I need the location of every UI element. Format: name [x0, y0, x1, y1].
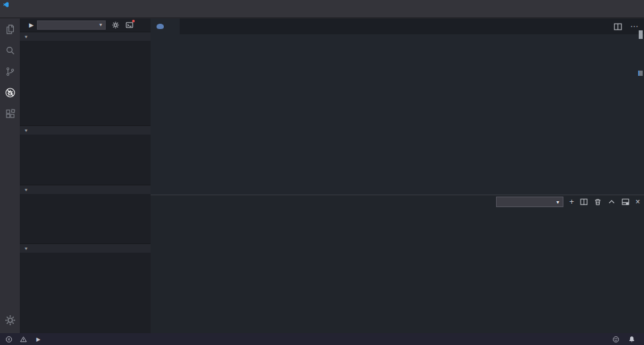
gear-icon: [112, 21, 120, 29]
window-controls: [592, 0, 644, 9]
close-panel-icon[interactable]: ×: [635, 198, 640, 206]
error-icon: [5, 336, 13, 343]
chevron-down-icon: ▼: [98, 21, 103, 29]
sidebar-item-extensions[interactable]: [0, 103, 20, 124]
git-branch-icon: [5, 66, 16, 77]
status-bar: ▶: [0, 333, 644, 345]
chevron-down-icon: ▼: [555, 200, 560, 204]
overview-ruler: [637, 18, 643, 179]
section-watch[interactable]: ▼: [20, 125, 151, 135]
split-editor-icon[interactable]: [614, 22, 622, 31]
call-stack-body: [20, 194, 151, 243]
sidebar-item-search[interactable]: [0, 40, 20, 61]
debug-bug-slash-icon: [5, 87, 16, 98]
debug-sidebar: ▶ ▼ ▼ ▼ ▼ ▼: [20, 18, 151, 333]
play-icon: ▶: [36, 336, 40, 342]
editor-group: ⋯: [151, 18, 644, 195]
sidebar-item-debug[interactable]: [0, 82, 20, 103]
debug-console-icon: [125, 21, 133, 29]
terminal-dropdown[interactable]: ▼: [496, 197, 563, 207]
settings-button[interactable]: [0, 309, 20, 330]
vscode-window: ▶ ▼ ▼ ▼ ▼ ▼: [0, 0, 644, 345]
menu-bar: [0, 9, 644, 18]
panel-actions: ▼ + ×: [496, 197, 640, 207]
start-debugging-button[interactable]: ▶: [29, 22, 34, 28]
notifications-bell[interactable]: [628, 336, 637, 343]
section-variables[interactable]: ▼: [20, 32, 151, 41]
twisty-icon: ▼: [24, 246, 28, 250]
twisty-icon: ▼: [24, 128, 28, 132]
sidebar-item-explorer[interactable]: [0, 18, 20, 40]
trash-icon[interactable]: [594, 198, 602, 206]
split-terminal-icon[interactable]: [580, 198, 588, 206]
panel-icon[interactable]: [622, 198, 629, 206]
feedback-smiley[interactable]: [612, 336, 620, 343]
editor-tab-bar: ⋯: [151, 18, 644, 34]
watch-body: [20, 135, 151, 185]
notification-dot: [132, 20, 135, 22]
bell-icon: [628, 336, 635, 343]
code-editor[interactable]: [151, 34, 644, 195]
problems-status[interactable]: [5, 336, 29, 343]
tab-1php[interactable]: [151, 18, 180, 34]
vscode-logo-icon: [3, 2, 9, 7]
extensions-icon: [5, 108, 16, 119]
section-call-stack[interactable]: ▼: [20, 185, 151, 194]
configure-gear-button[interactable]: [112, 21, 120, 29]
bottom-panel: ▼ + ×: [151, 195, 644, 333]
chevron-up-icon[interactable]: [608, 198, 616, 206]
variables-body: [20, 41, 151, 125]
minimize-button[interactable]: [592, 0, 610, 9]
debug-configuration-dropdown[interactable]: ▼: [37, 20, 106, 30]
section-breakpoints[interactable]: ▼: [20, 243, 151, 253]
close-button[interactable]: [627, 0, 644, 9]
activity-bar: [0, 18, 20, 333]
sidebar-item-source-control[interactable]: [0, 61, 20, 82]
debug-target-status[interactable]: ▶: [36, 336, 42, 342]
title-bar: [0, 0, 644, 9]
twisty-icon: ▼: [24, 34, 28, 38]
php-file-icon: [157, 24, 164, 29]
gear-icon: [5, 315, 16, 326]
files-icon: [5, 24, 16, 35]
twisty-icon: ▼: [24, 187, 28, 191]
terminal-output[interactable]: [155, 211, 641, 333]
search-icon: [5, 45, 16, 56]
warning-icon: [20, 336, 27, 343]
maximize-button[interactable]: [610, 0, 627, 9]
debug-toolbar: ▶ ▼: [20, 18, 151, 32]
smiley-icon: [612, 336, 620, 343]
debug-console-button[interactable]: [125, 21, 133, 29]
panel-tab-bar: [151, 195, 160, 210]
new-terminal-button[interactable]: +: [569, 198, 574, 206]
